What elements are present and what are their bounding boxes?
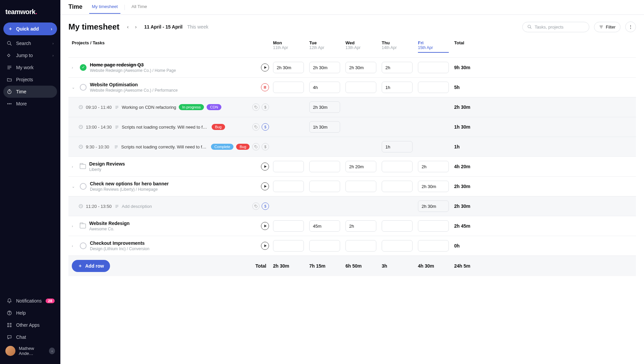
expand-toggle[interactable]: › [72, 65, 76, 70]
time-cell[interactable] [418, 62, 449, 73]
billable-button[interactable]: $ [262, 202, 269, 210]
time-cell[interactable] [309, 181, 340, 192]
clock-icon [78, 204, 83, 209]
task-title[interactable]: Home page redesign Q3 [90, 62, 176, 67]
svg-point-41 [255, 206, 256, 206]
time-cell[interactable] [418, 220, 449, 232]
task-title[interactable]: Checkout Improvements [90, 240, 149, 246]
expand-toggle[interactable]: › [72, 224, 76, 228]
start-timer-button[interactable] [261, 182, 269, 190]
sidebar-item-more[interactable]: More [3, 98, 57, 110]
sidebar-item-help[interactable]: Help [3, 307, 57, 319]
billable-button[interactable]: $ [262, 143, 269, 150]
start-timer-button[interactable] [261, 163, 269, 171]
time-cell[interactable]: 1h [382, 82, 413, 93]
task-status-icon[interactable] [80, 183, 87, 190]
clock-icon [78, 144, 83, 149]
time-cell[interactable]: 2h [418, 161, 449, 172]
start-timer-button[interactable] [261, 63, 269, 72]
time-cell[interactable]: 2h 30m [273, 62, 304, 73]
entry-description[interactable]: Scripts not loading correctly. Will need… [122, 125, 209, 130]
time-cell[interactable]: 4h [309, 82, 340, 93]
task-status-icon[interactable] [80, 84, 87, 91]
entry-description[interactable]: Add description [122, 204, 152, 209]
user-row[interactable]: Mathew Ande… ‹ [3, 343, 57, 359]
time-cell[interactable]: 2h 30m [418, 181, 449, 192]
time-cell[interactable] [345, 240, 376, 252]
time-cell[interactable] [273, 240, 304, 252]
time-cell[interactable]: 2h [345, 220, 376, 232]
time-cell[interactable] [273, 220, 304, 232]
time-cell[interactable]: 2h 20m [345, 161, 376, 172]
dots-vertical-icon: ⋮ [628, 24, 633, 30]
billable-button[interactable]: $ [262, 103, 269, 111]
time-cell[interactable]: 2h 30m [309, 101, 340, 113]
time-cell[interactable] [382, 181, 413, 192]
tag-button[interactable] [252, 143, 260, 150]
page-title: My timesheet [68, 22, 119, 32]
entry-description[interactable]: Scripts not loading correctly. Will need… [121, 144, 208, 149]
sidebar-item-other-apps[interactable]: Other Apps [3, 319, 57, 331]
time-cell[interactable]: 1h [382, 141, 413, 152]
sidebar-item-time[interactable]: Time [3, 86, 57, 98]
sidebar: teamwork. ＋ Quick add › Search›Jump to›M… [0, 0, 60, 364]
sidebar-item-jump-to[interactable]: Jump to› [3, 49, 57, 61]
next-week-button[interactable]: › [132, 23, 140, 31]
task-cell: › Home page redesign Q3 Website Redesign… [72, 62, 273, 73]
time-cell[interactable] [273, 161, 304, 172]
time-cell[interactable]: 2h 30m [309, 62, 340, 73]
sidebar-item-projects[interactable]: Projects [3, 74, 57, 86]
time-cell[interactable] [382, 240, 413, 252]
add-row-button[interactable]: ＋ Add row [72, 260, 110, 272]
entry-description[interactable]: Working on CDN refactoring [122, 105, 176, 110]
expand-toggle[interactable]: › [72, 165, 76, 169]
start-timer-button[interactable] [261, 242, 269, 250]
time-cell[interactable] [273, 181, 304, 192]
sidebar-item-notifications[interactable]: Notifications28 [3, 295, 57, 307]
expand-toggle[interactable]: › [72, 244, 76, 248]
time-cell[interactable]: 2h [382, 62, 413, 73]
time-cell[interactable] [309, 161, 340, 172]
tab-all-time[interactable]: All Time [129, 4, 150, 14]
time-cell[interactable] [273, 82, 304, 93]
search-input[interactable]: Tasks, projects [522, 22, 589, 32]
tag-button[interactable] [252, 103, 260, 111]
time-cell[interactable]: 1h 30m [309, 121, 340, 133]
tab-my-timesheet[interactable]: My timesheet [89, 4, 120, 14]
start-timer-button[interactable] [261, 222, 269, 230]
filter-button[interactable]: Filter [594, 22, 621, 32]
time-cell[interactable] [418, 82, 449, 93]
time-cell[interactable]: 2h 30m [345, 62, 376, 73]
time-cell[interactable] [418, 240, 449, 252]
sidebar-item-my-work[interactable]: My work [3, 61, 57, 74]
time-cell[interactable] [309, 240, 340, 252]
task-status-icon[interactable] [80, 242, 87, 249]
folder-icon [7, 77, 12, 82]
time-cell[interactable]: 45m [309, 220, 340, 232]
pause-timer-button[interactable] [261, 83, 269, 91]
task-title[interactable]: Website Redesign [89, 221, 129, 226]
time-cell[interactable] [382, 161, 413, 172]
sidebar-item-chat[interactable]: Chat [3, 331, 57, 343]
time-cell[interactable] [345, 82, 376, 93]
sidebar-item-search[interactable]: Search› [3, 37, 57, 49]
task-status-icon[interactable] [80, 64, 87, 71]
billable-button[interactable]: $ [262, 123, 269, 131]
task-title[interactable]: Check new options for hero banner [90, 181, 169, 186]
time-cell[interactable]: 2h 30m [418, 200, 449, 212]
tag-button[interactable] [252, 123, 260, 131]
prev-week-button[interactable]: ‹ [124, 23, 131, 31]
add-row-label: Add row [85, 263, 104, 269]
tag-button[interactable] [252, 202, 260, 210]
row-total: 0h [454, 243, 484, 248]
quick-add-button[interactable]: ＋ Quick add › [3, 22, 57, 35]
plus-icon: ＋ [78, 263, 83, 269]
expand-toggle[interactable]: ⌄ [72, 184, 76, 189]
collapse-sidebar-button[interactable]: ‹ [49, 348, 55, 354]
more-options-button[interactable]: ⋮ [625, 21, 636, 32]
expand-toggle[interactable]: ⌄ [72, 85, 76, 90]
time-cell[interactable] [382, 220, 413, 232]
time-cell[interactable] [345, 181, 376, 192]
task-title[interactable]: Design Reviews [89, 161, 125, 167]
task-title[interactable]: Website Optimisation [90, 82, 178, 87]
